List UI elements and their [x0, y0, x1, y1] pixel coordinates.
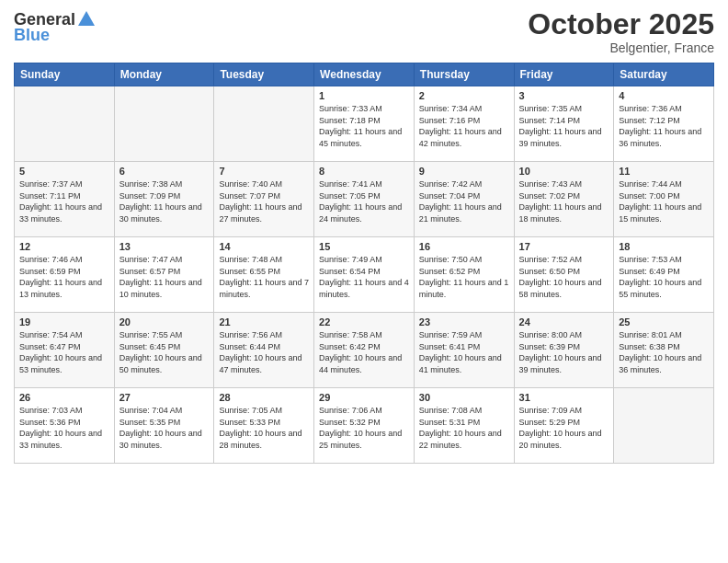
logo-blue-text: Blue — [14, 26, 50, 45]
day-info: Sunrise: 7:46 AM Sunset: 6:59 PM Dayligh… — [19, 254, 109, 300]
calendar-cell: 29Sunrise: 7:06 AM Sunset: 5:32 PM Dayli… — [314, 388, 415, 464]
location: Belgentier, France — [528, 40, 714, 55]
day-info: Sunrise: 8:01 AM Sunset: 6:38 PM Dayligh… — [619, 329, 709, 375]
calendar-cell — [114, 86, 214, 162]
day-number: 29 — [319, 392, 409, 403]
day-info: Sunrise: 7:40 AM Sunset: 7:07 PM Dayligh… — [219, 178, 309, 224]
day-number: 9 — [419, 166, 509, 177]
weekday-header-monday: Monday — [114, 63, 214, 86]
day-info: Sunrise: 7:06 AM Sunset: 5:32 PM Dayligh… — [319, 405, 409, 451]
day-number: 31 — [519, 392, 609, 403]
day-number: 5 — [19, 166, 109, 177]
weekday-header-wednesday: Wednesday — [314, 63, 415, 86]
calendar-cell: 10Sunrise: 7:43 AM Sunset: 7:02 PM Dayli… — [514, 162, 614, 237]
svg-marker-0 — [78, 11, 95, 26]
weekday-header-saturday: Saturday — [614, 63, 714, 86]
day-info: Sunrise: 7:59 AM Sunset: 6:41 PM Dayligh… — [419, 329, 509, 375]
day-info: Sunrise: 7:49 AM Sunset: 6:54 PM Dayligh… — [319, 254, 409, 300]
calendar-cell: 2Sunrise: 7:34 AM Sunset: 7:16 PM Daylig… — [414, 86, 514, 162]
day-info: Sunrise: 7:09 AM Sunset: 5:29 PM Dayligh… — [519, 405, 609, 451]
day-number: 3 — [519, 90, 609, 101]
day-info: Sunrise: 7:48 AM Sunset: 6:55 PM Dayligh… — [219, 254, 309, 300]
calendar-table: SundayMondayTuesdayWednesdayThursdayFrid… — [14, 63, 714, 464]
day-info: Sunrise: 7:54 AM Sunset: 6:47 PM Dayligh… — [19, 329, 109, 375]
calendar-cell: 12Sunrise: 7:46 AM Sunset: 6:59 PM Dayli… — [15, 237, 115, 313]
calendar-cell — [15, 86, 115, 162]
weekday-header-tuesday: Tuesday — [214, 63, 314, 86]
weekday-header-friday: Friday — [514, 63, 614, 86]
calendar-cell: 1Sunrise: 7:33 AM Sunset: 7:18 PM Daylig… — [314, 86, 415, 162]
calendar-cell: 11Sunrise: 7:44 AM Sunset: 7:00 PM Dayli… — [614, 162, 714, 237]
day-info: Sunrise: 7:50 AM Sunset: 6:52 PM Dayligh… — [419, 254, 509, 300]
day-number: 1 — [319, 90, 409, 101]
day-info: Sunrise: 7:42 AM Sunset: 7:04 PM Dayligh… — [419, 178, 509, 224]
day-info: Sunrise: 7:44 AM Sunset: 7:00 PM Dayligh… — [619, 178, 709, 224]
calendar-cell: 14Sunrise: 7:48 AM Sunset: 6:55 PM Dayli… — [214, 237, 314, 313]
day-number: 15 — [319, 241, 409, 252]
day-number: 2 — [419, 90, 509, 101]
day-info: Sunrise: 7:34 AM Sunset: 7:16 PM Dayligh… — [419, 103, 509, 149]
title-area: October 2025 Belgentier, France — [528, 9, 714, 55]
day-info: Sunrise: 7:33 AM Sunset: 7:18 PM Dayligh… — [319, 103, 409, 149]
day-info: Sunrise: 7:38 AM Sunset: 7:09 PM Dayligh… — [119, 178, 210, 224]
day-number: 28 — [219, 392, 309, 403]
day-number: 13 — [119, 241, 210, 252]
day-number: 24 — [519, 316, 609, 327]
weekday-header-thursday: Thursday — [414, 63, 514, 86]
day-info: Sunrise: 7:47 AM Sunset: 6:57 PM Dayligh… — [119, 254, 210, 300]
day-info: Sunrise: 7:56 AM Sunset: 6:44 PM Dayligh… — [219, 329, 309, 375]
calendar-cell: 13Sunrise: 7:47 AM Sunset: 6:57 PM Dayli… — [114, 237, 214, 313]
logo: General Blue — [14, 9, 97, 45]
day-info: Sunrise: 7:41 AM Sunset: 7:05 PM Dayligh… — [319, 178, 409, 224]
day-number: 11 — [619, 166, 709, 177]
day-info: Sunrise: 7:08 AM Sunset: 5:31 PM Dayligh… — [419, 405, 509, 451]
calendar-cell: 28Sunrise: 7:05 AM Sunset: 5:33 PM Dayli… — [214, 388, 314, 464]
calendar-week-row: 12Sunrise: 7:46 AM Sunset: 6:59 PM Dayli… — [15, 237, 714, 313]
day-number: 12 — [19, 241, 109, 252]
calendar-cell: 24Sunrise: 8:00 AM Sunset: 6:39 PM Dayli… — [514, 313, 614, 388]
calendar-cell: 3Sunrise: 7:35 AM Sunset: 7:14 PM Daylig… — [514, 86, 614, 162]
day-info: Sunrise: 7:35 AM Sunset: 7:14 PM Dayligh… — [519, 103, 609, 149]
day-info: Sunrise: 7:04 AM Sunset: 5:35 PM Dayligh… — [119, 405, 210, 451]
day-number: 8 — [319, 166, 409, 177]
day-number: 25 — [619, 316, 709, 327]
day-info: Sunrise: 7:43 AM Sunset: 7:02 PM Dayligh… — [519, 178, 609, 224]
calendar-cell: 15Sunrise: 7:49 AM Sunset: 6:54 PM Dayli… — [314, 237, 415, 313]
day-number: 22 — [319, 316, 409, 327]
month-title: October 2025 — [528, 9, 714, 39]
calendar-cell: 16Sunrise: 7:50 AM Sunset: 6:52 PM Dayli… — [414, 237, 514, 313]
calendar-cell: 26Sunrise: 7:03 AM Sunset: 5:36 PM Dayli… — [15, 388, 115, 464]
day-number: 27 — [119, 392, 210, 403]
calendar-cell: 23Sunrise: 7:59 AM Sunset: 6:41 PM Dayli… — [414, 313, 514, 388]
day-number: 20 — [119, 316, 210, 327]
day-number: 14 — [219, 241, 309, 252]
calendar-cell: 18Sunrise: 7:53 AM Sunset: 6:49 PM Dayli… — [614, 237, 714, 313]
day-info: Sunrise: 7:37 AM Sunset: 7:11 PM Dayligh… — [19, 178, 109, 224]
day-number: 26 — [19, 392, 109, 403]
day-number: 4 — [619, 90, 709, 101]
calendar-cell: 21Sunrise: 7:56 AM Sunset: 6:44 PM Dayli… — [214, 313, 314, 388]
calendar-cell: 22Sunrise: 7:58 AM Sunset: 6:42 PM Dayli… — [314, 313, 415, 388]
day-number: 23 — [419, 316, 509, 327]
day-info: Sunrise: 7:58 AM Sunset: 6:42 PM Dayligh… — [319, 329, 409, 375]
day-number: 17 — [519, 241, 609, 252]
calendar-cell: 4Sunrise: 7:36 AM Sunset: 7:12 PM Daylig… — [614, 86, 714, 162]
calendar-cell: 20Sunrise: 7:55 AM Sunset: 6:45 PM Dayli… — [114, 313, 214, 388]
calendar-cell: 5Sunrise: 7:37 AM Sunset: 7:11 PM Daylig… — [15, 162, 115, 237]
calendar-cell — [614, 388, 714, 464]
calendar-cell: 7Sunrise: 7:40 AM Sunset: 7:07 PM Daylig… — [214, 162, 314, 237]
calendar-cell: 25Sunrise: 8:01 AM Sunset: 6:38 PM Dayli… — [614, 313, 714, 388]
calendar-cell: 6Sunrise: 7:38 AM Sunset: 7:09 PM Daylig… — [114, 162, 214, 237]
day-info: Sunrise: 8:00 AM Sunset: 6:39 PM Dayligh… — [519, 329, 609, 375]
calendar-cell: 17Sunrise: 7:52 AM Sunset: 6:50 PM Dayli… — [514, 237, 614, 313]
day-info: Sunrise: 7:55 AM Sunset: 6:45 PM Dayligh… — [119, 329, 210, 375]
day-info: Sunrise: 7:52 AM Sunset: 6:50 PM Dayligh… — [519, 254, 609, 300]
header: General Blue October 2025 Belgentier, Fr… — [14, 9, 714, 55]
logo-icon — [76, 9, 97, 29]
day-number: 16 — [419, 241, 509, 252]
calendar-cell: 8Sunrise: 7:41 AM Sunset: 7:05 PM Daylig… — [314, 162, 415, 237]
day-number: 6 — [119, 166, 210, 177]
weekday-header-row: SundayMondayTuesdayWednesdayThursdayFrid… — [15, 63, 714, 86]
calendar-week-row: 26Sunrise: 7:03 AM Sunset: 5:36 PM Dayli… — [15, 388, 714, 464]
day-number: 30 — [419, 392, 509, 403]
